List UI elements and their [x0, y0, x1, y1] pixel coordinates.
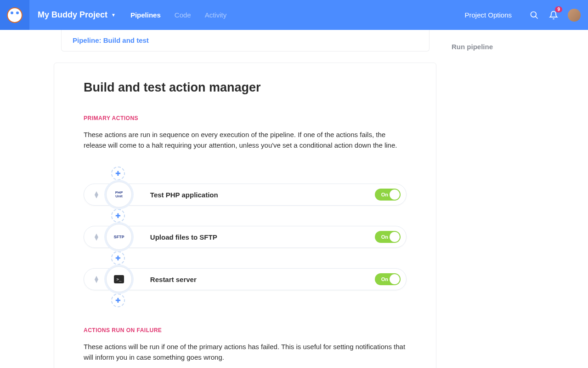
search-icon [530, 11, 539, 20]
action-icon-sftp: SFTP [106, 224, 132, 250]
svg-point-0 [531, 12, 537, 17]
search-button[interactable] [528, 9, 540, 21]
action-row[interactable]: ▲▼ >_ Restart server On [84, 268, 407, 290]
failure-section-desc: These actions will be run if one of the … [84, 342, 407, 362]
action-label: Restart server [150, 276, 375, 283]
add-action-button[interactable]: ✚ [111, 251, 125, 265]
primary-section-desc: These actions are run in sequence on eve… [84, 130, 407, 150]
action-label: Test PHP application [150, 191, 375, 199]
app-header: My Buddy Project ▼ Pipelines Code Activi… [0, 0, 588, 30]
breadcrumb[interactable]: Pipeline: Build and test [73, 36, 149, 44]
page-title: Build and test action manager [84, 80, 407, 95]
avatar[interactable] [568, 9, 581, 22]
drag-handle-icon[interactable]: ▲▼ [93, 191, 100, 198]
notification-badge: 9 [555, 6, 562, 12]
project-name-label: My Buddy Project [38, 10, 107, 20]
chevron-down-icon: ▼ [111, 12, 116, 17]
svg-line-1 [536, 16, 538, 18]
run-pipeline-link[interactable]: Run pipeline [452, 43, 493, 51]
action-toggle[interactable]: On [375, 189, 401, 201]
project-options-link[interactable]: Project Options [464, 11, 512, 19]
main-card: Build and test action manager PRIMARY AC… [54, 63, 436, 368]
action-toggle[interactable]: On [375, 273, 401, 285]
action-row[interactable]: ▲▼ PHPUnit Test PHP application On [84, 184, 407, 206]
breadcrumb-bar: Pipeline: Build and test [61, 30, 430, 52]
action-icon-terminal: >_ [106, 266, 132, 292]
add-action-button[interactable]: ✚ [111, 293, 125, 307]
nav-activity[interactable]: Activity [205, 11, 227, 19]
project-dropdown[interactable]: My Buddy Project ▼ [38, 10, 116, 20]
action-row[interactable]: ▲▼ SFTP Upload files to SFTP On [84, 226, 407, 248]
action-list: ✚ ▲▼ PHPUnit Test PHP application On [84, 163, 407, 310]
nav-code[interactable]: Code [175, 11, 191, 19]
add-action-button[interactable]: ✚ [111, 209, 125, 223]
add-action-button[interactable]: ✚ [111, 167, 125, 180]
nav-pipelines[interactable]: Pipelines [130, 11, 161, 19]
drag-handle-icon[interactable]: ▲▼ [93, 234, 100, 240]
action-label: Upload files to SFTP [150, 233, 375, 241]
notifications-button[interactable]: 9 [548, 9, 560, 21]
action-icon-phpunit: PHPUnit [106, 182, 132, 207]
main-nav: Pipelines Code Activity [130, 11, 226, 19]
terminal-icon: >_ [114, 275, 124, 283]
drag-handle-icon[interactable]: ▲▼ [93, 276, 100, 282]
primary-section-label: PRIMARY ACTIONS [84, 115, 407, 121]
action-toggle[interactable]: On [375, 231, 401, 243]
failure-section-label: ACTIONS RUN ON FAILURE [84, 327, 407, 334]
logo[interactable] [0, 0, 29, 30]
